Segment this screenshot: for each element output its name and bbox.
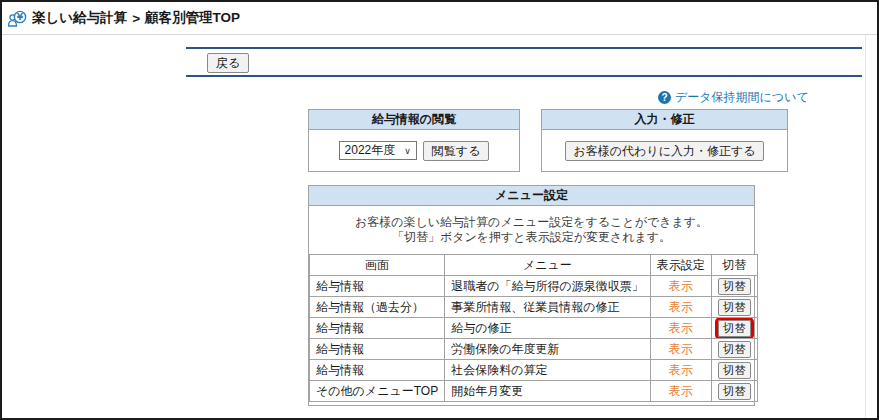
view-button[interactable]: 閲覧する — [423, 141, 490, 161]
menu-cell: 開始年月変更 — [445, 381, 651, 402]
display-status: 表示 — [650, 318, 711, 339]
breadcrumb-separator: > — [132, 11, 140, 26]
column-header-display: 表示設定 — [650, 255, 711, 276]
menu-table-body: 給与情報退職者の「給与所得の源泉徴収票」表示切替給与情報（過去分）事業所情報、従… — [310, 276, 758, 402]
menu-cell: 社会保険料の算定 — [445, 360, 651, 381]
payroll-view-panel: 給与情報の閲覧 2022年度 ∨ 閲覧する — [308, 109, 520, 172]
payroll-app-icon: ¥ — [7, 8, 27, 28]
toggle-cell: 切替 — [711, 339, 757, 360]
toggle-cell: 切替 — [711, 360, 757, 381]
content-right-edge — [865, 35, 866, 418]
display-status: 表示 — [650, 339, 711, 360]
table-row: 給与情報労働保険の年度更新表示切替 — [310, 339, 758, 360]
bottom-rule — [186, 75, 862, 77]
question-circle-icon: ? — [658, 91, 671, 104]
input-edit-panel-title: 入力・修正 — [542, 110, 787, 130]
menu-cell: 給与の修正 — [445, 318, 651, 339]
table-row: 給与情報退職者の「給与所得の源泉徴収票」表示切替 — [310, 276, 758, 297]
table-row: 給与情報給与の修正表示切替 — [310, 318, 758, 339]
svg-text:¥: ¥ — [17, 12, 24, 22]
toggle-button[interactable]: 切替 — [718, 362, 751, 379]
screen-cell: 給与情報 — [310, 318, 445, 339]
toggle-cell: 切替 — [711, 318, 757, 339]
table-row: 給与情報（過去分）事業所情報、従業員情報の修正表示切替 — [310, 297, 758, 318]
menu-settings-table: 画面 メニュー 表示設定 切替 給与情報退職者の「給与所得の源泉徴収票」表示切替… — [309, 254, 758, 402]
header-divider — [2, 34, 877, 35]
display-status: 表示 — [650, 276, 711, 297]
toggle-cell: 切替 — [711, 297, 757, 318]
toggle-button[interactable]: 切替 — [718, 341, 751, 358]
year-select-value: 2022年度 — [345, 142, 396, 159]
menu-settings-panel: メニュー設定 お客様の楽しい給与計算のメニュー設定をすることができます。 「切替… — [308, 185, 755, 406]
display-status: 表示 — [650, 297, 711, 318]
menu-cell: 事業所情報、従業員情報の修正 — [445, 297, 651, 318]
column-header-toggle: 切替 — [711, 255, 757, 276]
page: ¥ 楽しい給与計算 > 顧客別管理TOP 戻る ? データ保持期間について 給与… — [0, 0, 879, 420]
menu-cell: 退職者の「給与所得の源泉徴収票」 — [445, 276, 651, 297]
screen-cell: 給与情報（過去分） — [310, 297, 445, 318]
table-row: その他のメニューTOP開始年月変更表示切替 — [310, 381, 758, 402]
table-header-row: 画面 メニュー 表示設定 切替 — [310, 255, 758, 276]
year-select[interactable]: 2022年度 ∨ — [339, 141, 417, 160]
top-rule — [186, 47, 862, 49]
data-retention-link[interactable]: ? データ保持期間について — [658, 89, 809, 106]
menu-settings-description-line1: お客様の楽しい給与計算のメニュー設定をすることができます。 — [309, 215, 754, 230]
table-row: 給与情報社会保険料の算定表示切替 — [310, 360, 758, 381]
toggle-button[interactable]: 切替 — [718, 278, 751, 295]
input-edit-panel: 入力・修正 お客様の代わりに入力・修正する — [541, 109, 788, 172]
menu-settings-description: お客様の楽しい給与計算のメニュー設定をすることができます。 「切替」ボタンを押す… — [309, 215, 754, 245]
payroll-view-panel-title: 給与情報の閲覧 — [309, 110, 519, 130]
toggle-button-highlighted[interactable]: 切替 — [718, 320, 751, 337]
column-header-menu: メニュー — [445, 255, 651, 276]
screen-cell: 給与情報 — [310, 276, 445, 297]
breadcrumb: ¥ 楽しい給与計算 > 顧客別管理TOP — [7, 8, 240, 28]
menu-settings-panel-title: メニュー設定 — [309, 186, 754, 206]
proxy-edit-button[interactable]: お客様の代わりに入力・修正する — [565, 141, 765, 161]
display-status: 表示 — [650, 360, 711, 381]
display-status: 表示 — [650, 381, 711, 402]
screen-cell: 給与情報 — [310, 360, 445, 381]
data-retention-link-label: データ保持期間について — [675, 89, 809, 106]
chevron-down-icon: ∨ — [404, 146, 411, 156]
back-button[interactable]: 戻る — [207, 53, 249, 73]
toggle-cell: 切替 — [711, 381, 757, 402]
column-header-screen: 画面 — [310, 255, 445, 276]
screen-cell: その他のメニューTOP — [310, 381, 445, 402]
menu-settings-description-line2: 「切替」ボタンを押すと表示設定が変更されます。 — [309, 230, 754, 245]
menu-cell: 労働保険の年度更新 — [445, 339, 651, 360]
toggle-cell: 切替 — [711, 276, 757, 297]
breadcrumb-app-title: 楽しい給与計算 — [32, 9, 127, 27]
breadcrumb-current-page: 顧客別管理TOP — [145, 9, 240, 27]
screen-cell: 給与情報 — [310, 339, 445, 360]
toggle-button[interactable]: 切替 — [718, 299, 751, 316]
toggle-button[interactable]: 切替 — [718, 383, 751, 400]
